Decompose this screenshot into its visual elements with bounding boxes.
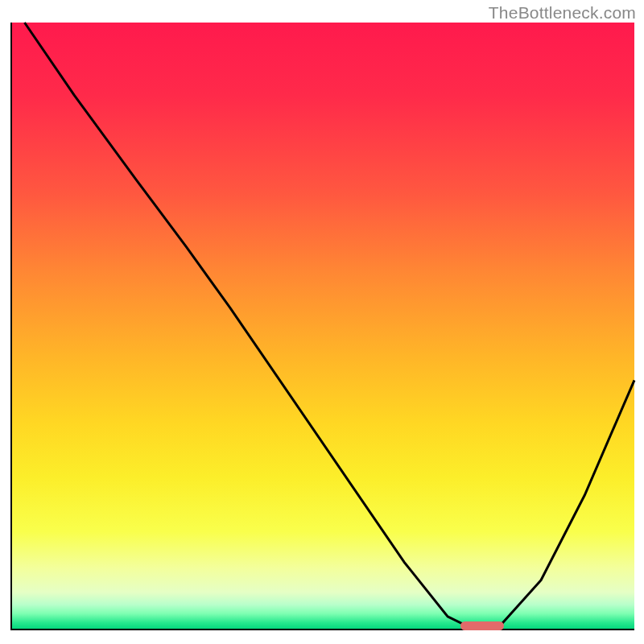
- optimal-range-marker: [460, 621, 504, 630]
- bottleneck-curve: [12, 23, 634, 629]
- plot-area: [10, 23, 634, 630]
- curve-path: [25, 23, 635, 629]
- watermark-text: TheBottleneck.com: [489, 3, 636, 23]
